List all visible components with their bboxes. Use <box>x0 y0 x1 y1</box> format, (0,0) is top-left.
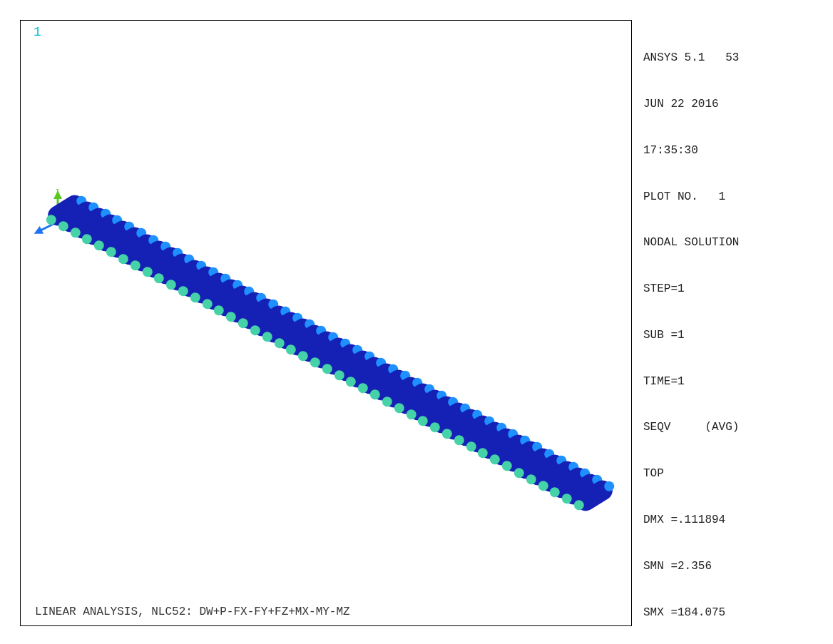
mesh-element <box>68 204 112 242</box>
time: 17:35:30 <box>643 143 829 159</box>
mesh-element <box>164 256 208 294</box>
mesh-element <box>56 198 101 235</box>
mesh-element <box>236 295 280 333</box>
mesh-element <box>560 470 604 508</box>
plot-frame: 1 Y X LINEAR ANALYSIS, NLC52: DW+P-FX-FY… <box>20 20 632 626</box>
mesh-element <box>416 392 460 430</box>
mesh-element <box>500 438 544 476</box>
mesh-element <box>548 464 592 501</box>
mesh-element <box>116 230 160 268</box>
mesh-element <box>440 405 484 443</box>
mesh-element <box>224 289 268 327</box>
mesh-element <box>512 444 556 482</box>
mesh-element <box>572 476 616 514</box>
date: JUN 22 2016 <box>643 97 829 113</box>
step: STEP=1 <box>643 282 829 297</box>
window-number: 1 <box>34 25 41 39</box>
seqv: SEQV (AVG) <box>643 420 829 436</box>
mesh-element <box>272 315 316 352</box>
mesh-element <box>524 451 568 489</box>
mesh-render <box>49 198 620 511</box>
mesh-element <box>248 302 292 339</box>
mesh-element <box>452 412 496 449</box>
mesh-element <box>140 243 184 281</box>
plot-caption: LINEAR ANALYSIS, NLC52: DW+P-FX-FY+FZ+MX… <box>35 605 350 618</box>
sub: SUB =1 <box>643 328 829 344</box>
mesh-element <box>260 308 305 346</box>
mesh-element <box>392 379 436 417</box>
mesh-element <box>476 425 520 463</box>
mesh-element <box>404 386 448 424</box>
mesh-element <box>44 191 88 229</box>
top: TOP <box>643 466 829 482</box>
mesh-element <box>80 211 124 249</box>
mesh-element <box>332 347 376 384</box>
mesh-element <box>104 224 148 262</box>
mesh-element <box>188 269 232 307</box>
mesh-element <box>344 354 388 392</box>
mesh-element <box>428 399 472 436</box>
axis-y-label: Y <box>55 189 60 196</box>
mesh-element <box>212 282 256 320</box>
mesh-element <box>320 340 364 378</box>
software-version: ANSYS 5.1 53 <box>643 51 829 66</box>
mesh-element <box>152 250 196 287</box>
smn: SMN =2.356 <box>643 559 829 575</box>
mesh-element <box>308 334 352 372</box>
info-panel: ANSYS 5.1 53 JUN 22 2016 17:35:30 PLOT N… <box>643 20 829 644</box>
mesh-element <box>296 327 340 365</box>
mesh-element <box>368 367 412 404</box>
mesh-element <box>488 431 532 469</box>
mesh-element <box>176 262 220 300</box>
dmx: DMX =.111894 <box>643 513 829 528</box>
mesh-element <box>356 360 400 398</box>
mesh-element <box>128 237 173 275</box>
mesh-element <box>464 418 508 456</box>
smx: SMX =184.075 <box>643 605 829 621</box>
time-key: TIME=1 <box>643 374 829 390</box>
mesh-element <box>536 457 580 495</box>
mesh-element <box>380 373 424 411</box>
mesh-element <box>92 218 136 255</box>
mesh-element <box>284 321 328 359</box>
solution-type: NODAL SOLUTION <box>643 235 829 251</box>
mesh-element <box>200 275 244 313</box>
plot-no: PLOT NO. 1 <box>643 190 829 205</box>
